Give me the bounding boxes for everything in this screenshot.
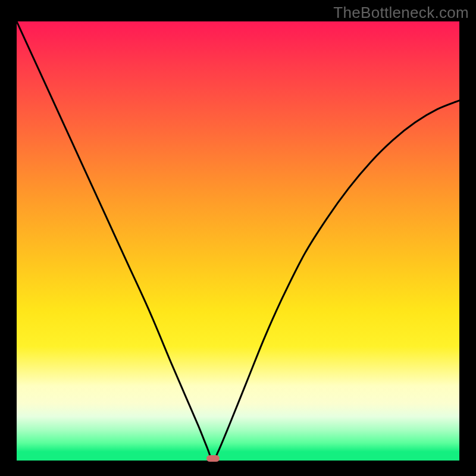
bottleneck-curve bbox=[17, 21, 459, 461]
minimum-marker bbox=[206, 455, 220, 462]
watermark-text: TheBottleneck.com bbox=[333, 4, 469, 22]
chart-frame: TheBottleneck.com bbox=[0, 0, 476, 476]
plot-area bbox=[17, 21, 459, 461]
